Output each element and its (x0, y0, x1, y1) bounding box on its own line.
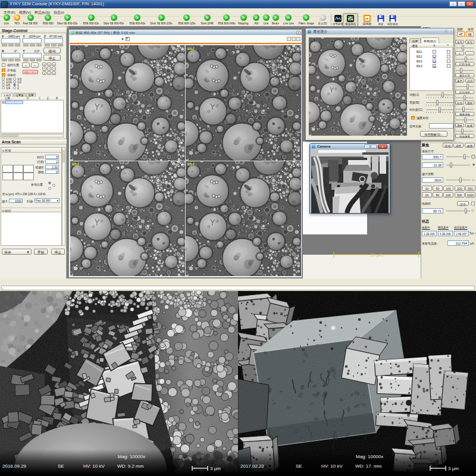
svg-text:3 μm: 3 μm (210, 466, 221, 471)
svg-text:3 μm: 3 μm (448, 466, 459, 471)
svg-text:20 μm: 20 μm (370, 252, 384, 258)
